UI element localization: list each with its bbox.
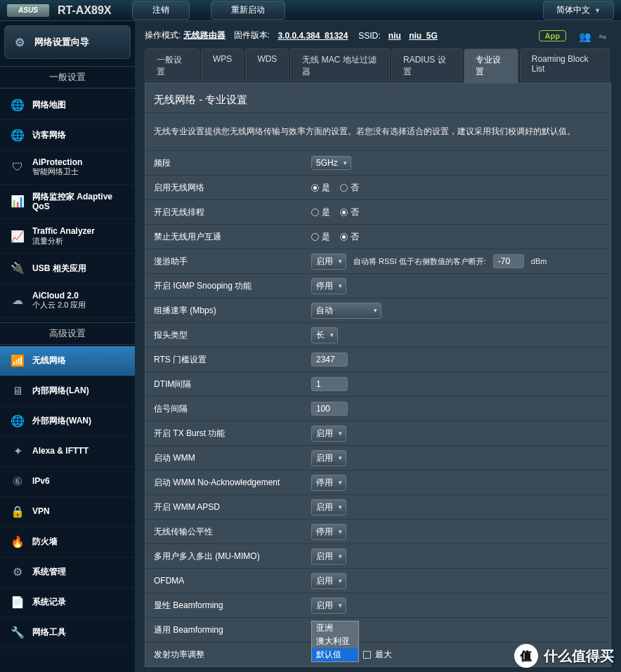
sidebar-item-syslog[interactable]: 📄 系统记录 [0,588,135,618]
ssid-5: niu_5G [409,31,438,41]
tab-general[interactable]: 一般设置 [145,48,200,83]
dtim-input[interactable]: 1 [311,377,348,391]
scheduler-radio-group[interactable]: 是 否 [311,206,359,218]
wmm-select[interactable]: 启用 [311,450,346,466]
tab-roaming-block[interactable]: Roaming Block List [520,48,610,83]
row-label: 报头类型 [145,329,308,341]
sidebar-item-admin[interactable]: ⚙ 系统管理 [0,558,135,588]
sidebar-item-label: 内部网络(LAN) [32,386,128,395]
wmm-apsd-select[interactable]: 启用 [311,499,346,515]
ofdma-select[interactable]: 启用 [311,573,346,589]
sidebar-item-traffic-analyzer[interactable]: 📈 Traffic Analyzer 流量分析 [0,219,135,253]
sidebar-item-wan[interactable]: 🌐 外部网络(WAN) [0,407,135,437]
radio-yes[interactable] [311,233,319,241]
txpower-max-label: 最大 [375,649,392,661]
opmode-value[interactable]: 无线路由器 [183,29,225,41]
radio-no[interactable] [340,233,348,241]
dropdown-option[interactable]: 澳大利亚 [312,635,358,648]
usb-status-icon[interactable]: ⇋ [599,31,611,41]
igmp-select[interactable]: 停用 [311,278,346,294]
multicast-select[interactable]: 自动 [311,303,381,319]
row-label: RTS 门槛设置 [145,354,308,366]
chart-icon: 📈 [10,228,25,244]
sidebar-item-label: IPv6 [32,476,128,486]
top-header: ASUS RT-AX89X 注销 重新启动 简体中文 ▼ [0,0,621,21]
row-label: 开启 WMM APSD [145,501,308,513]
roaming-select[interactable]: 启用 [311,253,346,270]
app-badge[interactable]: App [539,30,566,41]
tab-wds[interactable]: WDS [245,48,289,83]
sidebar-item-usb[interactable]: 🔌 USB 相关应用 [0,253,135,284]
radio-yes[interactable] [311,209,319,216]
sidebar-item-qos[interactable]: 📊 网络监控家 Adaptive QoS [0,185,135,220]
firmware-value[interactable]: 3.0.0.4.384_81324 [277,31,348,41]
sidebar-item-tools[interactable]: 🔧 网络工具 [0,618,135,648]
txpower-max-checkbox[interactable] [363,651,371,659]
logout-button[interactable]: 注销 [132,1,190,20]
cloud-icon: ☁ [10,293,25,308]
sidebar-item-label: 外部网络(WAN) [32,416,128,426]
watermark-badge-icon: 值 [514,644,538,668]
watermark-text: 什么值得买 [544,647,614,666]
row-label: 开启 IGMP Snooping 功能 [145,280,308,292]
panel-desc: 无线专业设置提供您无线网络传输与效率方面的设置。若您没有选择适合的设置，建议采用… [145,112,610,150]
globe-icon: 🌐 [10,127,25,143]
shield-icon: 🛡 [10,159,25,175]
sidebar-item-label: Alexa & IFTTT [32,446,128,456]
sidebar: ⚙ 网络设置向导 一般设置 🌐 网络地图 🌐 访客网络 🛡 AiProtecti… [0,21,135,672]
wmm-noack-select[interactable]: 停用 [311,475,346,491]
row-label: 开启无线排程 [145,206,308,218]
row-label: 启用无线网络 [145,182,308,194]
sidebar-item-aiprotection[interactable]: 🛡 AiProtection 智能网络卫士 [0,150,135,185]
panel-title: 无线网络 - 专业设置 [145,84,610,112]
row-label: 启动 WMM [145,452,308,464]
tab-professional[interactable]: 专业设置 [464,48,518,83]
txpower-region-dropdown[interactable]: 亚洲 澳大利亚 默认值 [311,621,359,662]
chevron-down-icon: ▼ [594,7,601,14]
language-select[interactable]: 简体中文 ▼ [543,1,614,20]
tab-wps[interactable]: WPS [201,48,244,83]
row-label: 漫游助手 [145,256,308,268]
sidebar-item-network-map[interactable]: 🌐 网络地图 [0,90,135,120]
sidebar-item-guest-network[interactable]: 🌐 访客网络 [0,120,135,150]
language-label: 简体中文 [556,4,590,16]
rts-input[interactable]: 2347 [311,353,348,367]
sidebar-item-aicloud[interactable]: ☁ AiCloud 2.0 个人云 2.0 应用 [0,284,135,318]
radio-no[interactable] [340,184,348,192]
lan-icon: 🖥 [10,383,25,399]
gear-icon: ⚙ [12,34,27,50]
sidebar-item-lan[interactable]: 🖥 内部网络(LAN) [0,376,135,407]
ssid-24: niu [388,31,401,41]
radio-yes[interactable] [311,184,319,192]
mumimo-select[interactable]: 启用 [311,548,346,565]
network-setup-wizard[interactable]: ⚙ 网络设置向导 [4,25,131,59]
airtime-select[interactable]: 停用 [311,524,346,540]
row-label: 开启 TX Burst 功能 [145,428,308,440]
tab-mac-filter[interactable]: 无线 MAC 地址过滤器 [290,48,390,83]
sidebar-item-label: VPN [32,506,128,516]
roaming-rssi-input[interactable]: -70 [493,254,524,268]
wizard-label: 网络设置向导 [34,36,89,48]
enable-radio-group[interactable]: 是 否 [311,182,359,194]
isolate-radio-group[interactable]: 是 否 [311,231,359,243]
users-icon[interactable]: 👥 [579,31,591,41]
sidebar-item-ipv6[interactable]: ⑥ IPv6 [0,467,135,497]
beacon-input[interactable]: 100 [311,402,348,416]
reboot-button[interactable]: 重新启动 [211,1,285,20]
sidebar-item-firewall[interactable]: 🔥 防火墙 [0,527,135,558]
sidebar-item-label: 网络地图 [32,100,128,110]
opmode-label: 操作模式: [145,29,181,41]
dropdown-option[interactable]: 亚洲 [312,621,358,635]
band-select[interactable]: 5GHz [311,156,351,170]
explicit-bf-select[interactable]: 启用 [311,598,346,614]
sidebar-item-vpn[interactable]: 🔒 VPN [0,497,135,527]
sidebar-item-wireless[interactable]: 📶 无线网络 [0,346,135,376]
radio-no[interactable] [340,209,348,216]
tab-radius[interactable]: RADIUS 设置 [391,48,462,83]
txburst-select[interactable]: 启用 [311,426,346,442]
tabs: 一般设置 WPS WDS 无线 MAC 地址过滤器 RADIUS 设置 专业设置… [145,48,611,83]
dropdown-option-highlighted[interactable]: 默认值 [312,648,358,661]
preamble-select[interactable]: 长 [311,327,338,343]
sidebar-item-alexa[interactable]: ✦ Alexa & IFTTT [0,437,135,467]
brand-logo: ASUS [7,4,49,17]
